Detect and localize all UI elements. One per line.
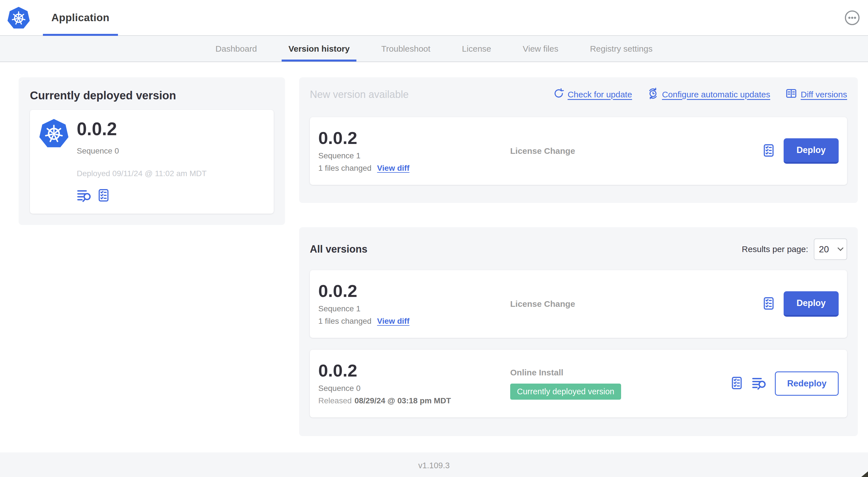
refresh-icon: [553, 88, 564, 101]
preflight-checks-icon[interactable]: [762, 143, 776, 159]
version-source-label: Online Install: [510, 368, 730, 377]
app-header: Application: [0, 0, 868, 36]
version-source-label: License Change: [510, 146, 762, 156]
tab-dashboard[interactable]: Dashboard: [209, 36, 264, 62]
version-row: 0.0.2 Sequence 1 1 files changed View di…: [310, 270, 847, 338]
redeploy-button[interactable]: Redeploy: [775, 371, 839, 396]
version-source-label: License Change: [510, 299, 762, 309]
tab-troubleshoot[interactable]: Troubleshoot: [374, 36, 437, 62]
all-versions-heading: All versions: [310, 243, 367, 255]
tab-license[interactable]: License: [455, 36, 498, 62]
kubernetes-logo-icon: [7, 6, 30, 30]
version-sequence: Sequence 0: [318, 384, 510, 393]
preflight-checks-icon[interactable]: [730, 375, 744, 392]
deploy-button[interactable]: Deploy: [784, 291, 839, 317]
schedule-icon: [647, 88, 659, 101]
logs-icon[interactable]: [77, 188, 92, 204]
deployed-sequence: Sequence 0: [77, 147, 207, 155]
app-title: Application: [51, 12, 110, 24]
main-content: Currently deployed version 0.0.2 Sequenc…: [0, 62, 868, 436]
new-version-card: 0.0.2 Sequence 1 1 files changed View di…: [310, 117, 847, 185]
ellipsis-icon: [844, 22, 860, 27]
tab-view-files[interactable]: View files: [516, 36, 565, 62]
version-number: 0.0.2: [318, 362, 510, 379]
all-versions-panel: All versions Results per page: 20 0.0.2 …: [299, 227, 858, 436]
diff-versions-link[interactable]: Diff versions: [785, 88, 847, 101]
app-subnav: Dashboard Version history Troubleshoot L…: [0, 36, 868, 62]
results-per-page-select[interactable]: 20: [814, 239, 847, 260]
currently-deployed-panel: Currently deployed version 0.0.2 Sequenc…: [19, 77, 285, 225]
deployed-version-number: 0.0.2: [77, 120, 207, 138]
version-sequence: Sequence 1: [318, 304, 510, 313]
preflight-checks-icon[interactable]: [96, 188, 111, 204]
logs-icon[interactable]: [752, 376, 767, 392]
version-row: 0.0.2 Sequence 0 Released08/29/24 @ 03:1…: [310, 350, 847, 417]
version-number: 0.0.2: [318, 129, 510, 147]
currently-deployed-card: 0.0.2 Sequence 0 Deployed 09/11/24 @ 11:…: [30, 110, 274, 214]
check-for-update-link[interactable]: Check for update: [553, 88, 632, 101]
currently-deployed-heading: Currently deployed version: [30, 89, 274, 102]
new-version-panel: New version available Check for update C…: [299, 77, 858, 203]
deployed-timestamp: Deployed 09/11/24 @ 11:02 am MDT: [77, 169, 207, 178]
app-tab[interactable]: Application: [43, 0, 118, 35]
deploy-button[interactable]: Deploy: [784, 138, 839, 164]
files-changed-label: 1 files changed: [318, 317, 371, 326]
view-diff-link[interactable]: View diff: [377, 317, 409, 326]
console-version-label: v1.109.3: [418, 461, 450, 470]
version-sequence: Sequence 1: [318, 151, 510, 160]
tab-version-history[interactable]: Version history: [282, 36, 356, 62]
preflight-checks-icon[interactable]: [762, 296, 776, 312]
app-footer: v1.109.3: [0, 452, 868, 477]
kubernetes-logo-icon: [38, 118, 69, 204]
configure-automatic-updates-link[interactable]: Configure automatic updates: [647, 88, 770, 101]
files-changed-label: 1 files changed: [318, 164, 371, 173]
diff-icon: [785, 88, 797, 101]
currently-deployed-badge: Currently deployed version: [510, 384, 621, 400]
more-menu-button[interactable]: [844, 10, 860, 26]
results-per-page-label: Results per page:: [742, 244, 808, 254]
tab-registry-settings[interactable]: Registry settings: [583, 36, 659, 62]
view-diff-link[interactable]: View diff: [377, 164, 409, 173]
version-number: 0.0.2: [318, 282, 510, 300]
released-timestamp: Released08/29/24 @ 03:18 pm MDT: [318, 396, 451, 405]
new-version-heading: New version available: [310, 89, 409, 100]
